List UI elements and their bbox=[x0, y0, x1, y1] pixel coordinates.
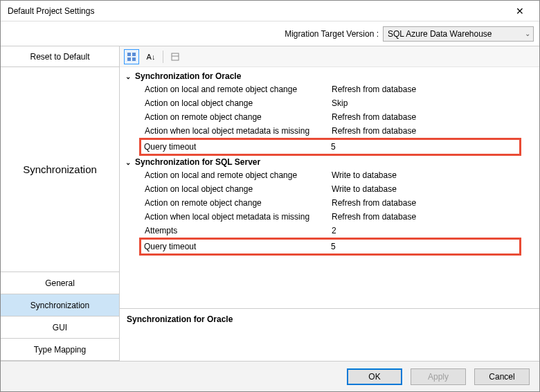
section-oracle[interactable]: ⌄ Synchronization for Oracle bbox=[124, 70, 535, 82]
prop-row[interactable]: Action on local object change Skip bbox=[124, 96, 535, 110]
apply-button: Apply bbox=[411, 368, 466, 385]
prop-value[interactable]: Refresh from database bbox=[332, 197, 535, 209]
svg-rect-0 bbox=[127, 53, 131, 56]
tab-synchronization[interactable]: Synchronization bbox=[1, 294, 119, 317]
tab-gui[interactable]: GUI bbox=[1, 317, 119, 339]
toolbar-separator bbox=[163, 51, 163, 63]
prop-name: Action when local object metadata is mis… bbox=[145, 211, 332, 223]
property-toolbar: A↓ bbox=[120, 46, 539, 67]
content-area: Reset to Default Synchronization General… bbox=[1, 46, 539, 361]
current-page-label: Synchronization bbox=[1, 67, 119, 272]
prop-name: Action when local object metadata is mis… bbox=[145, 125, 332, 137]
prop-value[interactable]: 5 bbox=[331, 240, 519, 253]
prop-name: Query timeout bbox=[144, 141, 331, 153]
cancel-button[interactable]: Cancel bbox=[474, 368, 530, 385]
tab-general[interactable]: General bbox=[1, 272, 119, 294]
right-panel: A↓ ⌄ Synchronization for Oracle Action o… bbox=[120, 46, 539, 361]
prop-value[interactable]: Write to database bbox=[332, 183, 535, 195]
prop-name: Action on local and remote object change bbox=[145, 169, 332, 181]
prop-value[interactable]: Refresh from database bbox=[332, 111, 535, 123]
prop-name: Query timeout bbox=[144, 240, 331, 253]
property-pages-icon[interactable] bbox=[168, 49, 183, 64]
prop-value[interactable]: 2 bbox=[332, 224, 535, 237]
window-title: Default Project Settings bbox=[8, 6, 94, 16]
prop-row-highlighted[interactable]: Query timeout 5 bbox=[139, 238, 521, 256]
prop-value[interactable]: Skip bbox=[332, 97, 535, 109]
prop-value[interactable]: Write to database bbox=[332, 169, 535, 181]
prop-name: Action on local and remote object change bbox=[145, 83, 332, 96]
prop-name: Action on local object change bbox=[145, 97, 332, 109]
section-oracle-title: Synchronization for Oracle bbox=[135, 71, 241, 81]
svg-rect-3 bbox=[132, 57, 136, 61]
section-sqlserver[interactable]: ⌄ Synchronization for SQL Server bbox=[124, 156, 535, 168]
prop-value[interactable]: Refresh from database bbox=[332, 125, 535, 137]
description-title: Synchronization for Oracle bbox=[127, 314, 233, 324]
categorized-view-icon[interactable] bbox=[124, 49, 139, 64]
left-panel: Reset to Default Synchronization General… bbox=[1, 46, 120, 361]
tab-type-mapping[interactable]: Type Mapping bbox=[1, 339, 119, 361]
prop-row[interactable]: Action on remote object change Refresh f… bbox=[124, 196, 535, 210]
close-icon[interactable]: ✕ bbox=[506, 1, 534, 21]
expand-collapse-icon[interactable]: ⌄ bbox=[124, 73, 132, 80]
prop-row[interactable]: Action on local and remote object change… bbox=[124, 82, 535, 96]
description-panel: Synchronization for Oracle bbox=[120, 308, 539, 361]
chevron-down-icon: ⌄ bbox=[525, 30, 530, 37]
prop-row[interactable]: Action on local object change Write to d… bbox=[124, 182, 535, 196]
prop-name: Attempts bbox=[145, 224, 332, 237]
prop-name: Action on local object change bbox=[145, 183, 332, 195]
expand-collapse-icon[interactable]: ⌄ bbox=[124, 159, 132, 166]
svg-rect-2 bbox=[127, 57, 131, 61]
prop-row[interactable]: Action when local object metadata is mis… bbox=[124, 210, 535, 224]
svg-rect-4 bbox=[172, 53, 179, 60]
migration-target-dropdown[interactable]: SQL Azure Data Warehouse ⌄ bbox=[383, 26, 534, 42]
prop-row[interactable]: Action when local object metadata is mis… bbox=[124, 124, 535, 138]
prop-value[interactable]: 5 bbox=[331, 141, 519, 153]
svg-rect-1 bbox=[132, 53, 136, 56]
reset-to-default-button[interactable]: Reset to Default bbox=[1, 46, 119, 67]
category-tabs: General Synchronization GUI Type Mapping bbox=[1, 272, 119, 361]
prop-row[interactable]: Action on local and remote object change… bbox=[124, 168, 535, 182]
prop-row-highlighted[interactable]: Query timeout 5 bbox=[139, 138, 521, 156]
prop-row[interactable]: Attempts 2 bbox=[124, 224, 535, 238]
alphabetical-sort-icon[interactable]: A↓ bbox=[143, 49, 159, 64]
section-sqlserver-title: Synchronization for SQL Server bbox=[135, 157, 260, 167]
prop-name: Action on remote object change bbox=[145, 197, 332, 209]
prop-value[interactable]: Refresh from database bbox=[332, 211, 535, 223]
dialog-button-bar: OK Apply Cancel bbox=[1, 361, 539, 391]
target-version-bar: Migration Target Version : SQL Azure Dat… bbox=[1, 21, 539, 46]
migration-target-label: Migration Target Version : bbox=[285, 29, 379, 39]
titlebar: Default Project Settings ✕ bbox=[1, 1, 539, 21]
migration-target-value: SQL Azure Data Warehouse bbox=[388, 29, 492, 39]
ok-button[interactable]: OK bbox=[347, 368, 402, 385]
property-grid[interactable]: ⌄ Synchronization for Oracle Action on l… bbox=[120, 67, 539, 308]
prop-row[interactable]: Action on remote object change Refresh f… bbox=[124, 110, 535, 124]
prop-value[interactable]: Refresh from database bbox=[332, 83, 535, 96]
prop-name: Action on remote object change bbox=[145, 111, 332, 123]
